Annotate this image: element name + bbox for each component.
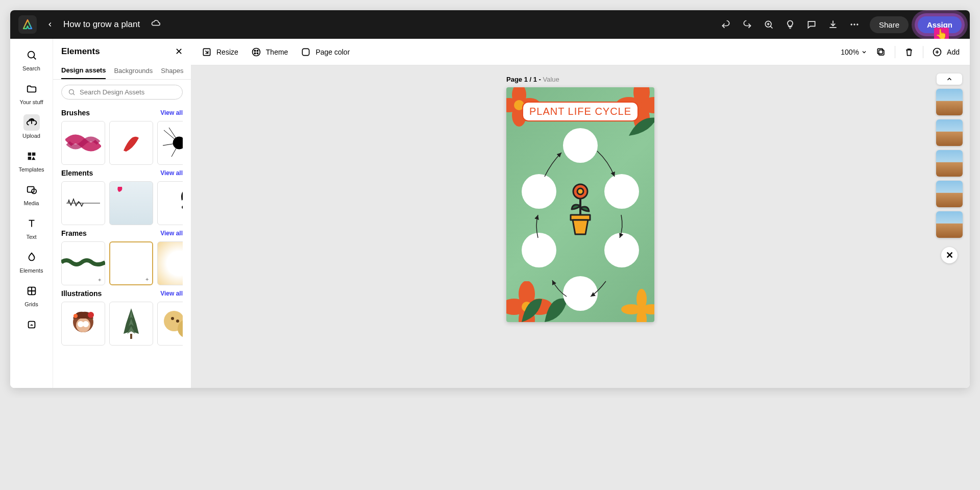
brush-thumb[interactable]: [157, 121, 183, 165]
duplicate-page-button[interactable]: [875, 46, 887, 58]
more-icon[interactable]: [848, 18, 861, 31]
design-canvas[interactable]: PLANT LIFE CYCLE: [506, 87, 654, 322]
download-icon[interactable]: [827, 18, 839, 31]
rail-search[interactable]: Search: [15, 47, 48, 71]
svg-point-2: [853, 23, 855, 25]
share-button[interactable]: Share: [870, 16, 909, 33]
rail-label: Text: [26, 234, 36, 240]
redo-button[interactable]: [741, 18, 753, 31]
brush-thumb[interactable]: [109, 121, 153, 165]
rail-brands[interactable]: [15, 316, 48, 333]
back-button[interactable]: [43, 17, 57, 32]
cloud-sync-icon[interactable]: [150, 18, 161, 31]
rail-templates[interactable]: Templates: [15, 148, 48, 173]
rail-media[interactable]: Media: [15, 182, 48, 206]
cycle-slot[interactable]: [522, 174, 556, 209]
rail-your-stuff[interactable]: Your stuff: [15, 81, 48, 105]
rail-label: Elements: [20, 267, 43, 274]
brands-icon: [23, 316, 40, 333]
cycle-slot[interactable]: [522, 233, 556, 267]
frame-thumb[interactable]: ✦: [109, 241, 153, 285]
app-logo[interactable]: [18, 15, 37, 34]
close-thumbnails-button[interactable]: ✕: [941, 247, 958, 263]
hint-icon[interactable]: [784, 18, 796, 31]
add-page-button[interactable]: Add: [932, 46, 960, 58]
tool-label: Add: [947, 48, 960, 56]
rail-label: Search: [22, 65, 40, 71]
page-color-button[interactable]: Page color: [300, 46, 350, 58]
rail-upload[interactable]: Upload: [15, 114, 48, 139]
tab-shapes[interactable]: Shapes: [161, 63, 183, 79]
collapse-thumbnails-button[interactable]: [937, 74, 962, 85]
frame-thumb[interactable]: [157, 241, 183, 285]
illustration-thumb[interactable]: [61, 302, 105, 346]
chevron-down-icon: [861, 49, 867, 55]
frame-thumb[interactable]: ✦: [61, 241, 105, 285]
view-all-frames[interactable]: View all: [160, 230, 183, 237]
divider: [895, 46, 895, 58]
view-all-brushes[interactable]: View all: [160, 109, 183, 116]
comment-icon[interactable]: [805, 18, 818, 31]
zoom-icon[interactable]: [763, 18, 775, 31]
rail-grids[interactable]: Grids: [15, 283, 48, 307]
zoom-value: 100%: [841, 48, 859, 56]
svg-point-25: [74, 314, 78, 318]
illustration-thumb[interactable]: [109, 302, 153, 346]
search-assets-input[interactable]: [61, 85, 183, 100]
cycle-slot[interactable]: [604, 233, 639, 267]
undo-button[interactable]: [720, 18, 732, 31]
page-thumbnail[interactable]: [936, 181, 963, 207]
close-panel-button[interactable]: ✕: [175, 46, 183, 57]
design-title[interactable]: PLANT LIFE CYCLE: [522, 102, 639, 121]
document-title[interactable]: How to grow a plant: [63, 19, 140, 30]
page-thumbnail[interactable]: [936, 119, 963, 146]
canvas-area[interactable]: Page 1 / 1 - Value PLANT LIFE CYCLE: [191, 65, 970, 388]
svg-point-36: [257, 50, 258, 52]
page-thumbnail[interactable]: [936, 211, 963, 238]
theme-button[interactable]: Theme: [251, 46, 288, 58]
element-thumb[interactable]: [157, 181, 183, 225]
flower-pot-icon[interactable]: [562, 181, 598, 237]
svg-point-30: [176, 320, 179, 323]
section-brushes: Brushes View all: [61, 109, 183, 165]
app-window: How to grow a plant Share Assign 👆 Se: [10, 10, 970, 388]
zoom-control[interactable]: 100%: [841, 48, 867, 56]
panel-title: Elements: [61, 46, 100, 57]
media-icon: [23, 182, 40, 198]
page-number: Page 1 / 1 -: [506, 76, 543, 83]
element-thumb[interactable]: [109, 181, 153, 225]
rail-text[interactable]: Text: [15, 215, 48, 240]
section-title: Elements: [61, 169, 93, 177]
assign-button[interactable]: Assign 👆: [918, 16, 962, 33]
page-name-placeholder[interactable]: Value: [543, 76, 559, 83]
svg-point-3: [856, 23, 858, 25]
section-elements: Elements View all: [61, 169, 183, 225]
folder-icon: [23, 81, 40, 97]
cycle-slot[interactable]: [604, 174, 639, 209]
brush-thumb[interactable]: [61, 121, 105, 165]
rail-elements[interactable]: Elements: [15, 249, 48, 274]
page-thumbnail[interactable]: [936, 89, 963, 115]
cycle-slot[interactable]: [563, 276, 598, 311]
svg-point-34: [252, 48, 260, 56]
page-thumbnail[interactable]: [936, 150, 963, 177]
svg-point-38: [257, 53, 258, 54]
illustration-thumb[interactable]: [157, 302, 183, 346]
rail-label: Upload: [22, 133, 40, 139]
tab-backgrounds[interactable]: Backgrounds: [114, 63, 153, 79]
element-thumb[interactable]: [61, 181, 105, 225]
svg-rect-40: [879, 50, 884, 55]
rail-label: Grids: [24, 301, 38, 307]
view-all-illustrations[interactable]: View all: [160, 290, 183, 297]
svg-point-18: [182, 206, 183, 209]
cycle-slot[interactable]: [563, 128, 598, 163]
tool-label: Resize: [216, 48, 238, 56]
panel-scroll[interactable]: Brushes View all Elements View all: [53, 105, 191, 388]
delete-button[interactable]: [903, 46, 915, 58]
svg-rect-26: [130, 334, 132, 339]
tab-design-assets[interactable]: Design assets: [61, 62, 106, 79]
search-input-field[interactable]: [80, 88, 176, 96]
view-all-elements[interactable]: View all: [160, 169, 183, 177]
flower-decoration: [621, 289, 654, 322]
resize-button[interactable]: Resize: [201, 46, 238, 58]
